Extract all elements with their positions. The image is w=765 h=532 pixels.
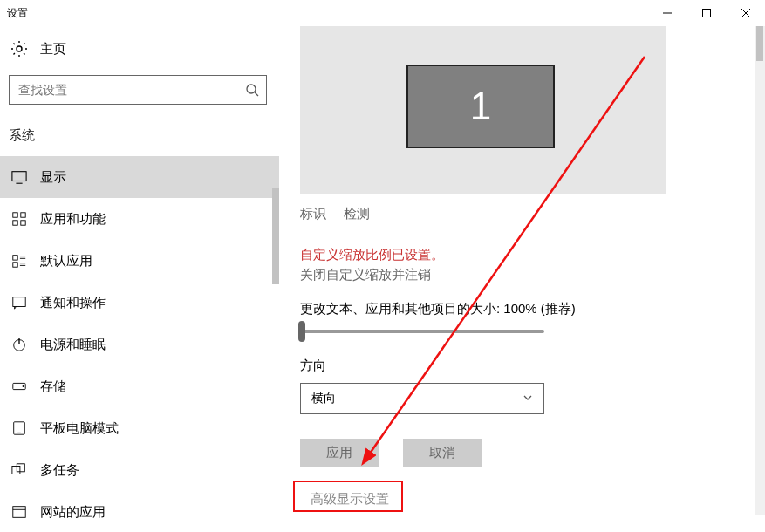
svg-rect-16 <box>13 263 17 267</box>
nav-item-multitask[interactable]: 多任务 <box>0 449 279 491</box>
svg-rect-27 <box>17 464 24 472</box>
default-apps-icon <box>10 252 28 269</box>
nav-item-web-apps[interactable]: 网站的应用 <box>0 491 279 532</box>
nav-item-display[interactable]: 显示 <box>0 156 279 198</box>
nav-list: 显示 应用和功能 默认应用 通知和操作 电源和睡眠 存储 <box>0 156 279 532</box>
svg-point-5 <box>247 85 256 93</box>
slider-thumb[interactable] <box>298 321 305 342</box>
orientation-label: 方向 <box>300 333 744 374</box>
svg-rect-28 <box>13 507 25 518</box>
title-bar: 设置 <box>0 0 765 26</box>
svg-rect-1 <box>702 10 710 17</box>
minimize-icon <box>663 9 672 17</box>
home-nav[interactable]: 主页 <box>0 30 279 68</box>
home-label: 主页 <box>40 41 66 58</box>
svg-point-23 <box>23 385 24 387</box>
identify-link[interactable]: 标识 <box>300 206 326 222</box>
search-input-container[interactable] <box>9 75 267 105</box>
svg-line-6 <box>255 92 258 96</box>
monitor-number: 1 <box>470 85 491 128</box>
storage-icon <box>10 378 28 395</box>
nav-item-power-sleep[interactable]: 电源和睡眠 <box>0 324 279 365</box>
svg-rect-9 <box>13 213 17 217</box>
nav-label: 通知和操作 <box>40 295 106 311</box>
nav-label: 网站的应用 <box>40 504 106 521</box>
window-scrollbar-thumb[interactable] <box>756 26 763 61</box>
nav-item-tablet-mode[interactable]: 平板电脑模式 <box>0 407 279 449</box>
cancel-button[interactable]: 取消 <box>403 439 482 467</box>
apps-icon <box>10 210 28 228</box>
tablet-icon <box>10 419 28 437</box>
svg-rect-10 <box>21 213 25 217</box>
nav-label: 默认应用 <box>40 253 92 269</box>
search-icon[interactable] <box>243 81 261 99</box>
sidebar: 主页 系统 显示 应用和功能 默认应用 <box>0 26 279 532</box>
orientation-select[interactable]: 横向 <box>300 383 544 414</box>
monitor-preview: 1 <box>300 26 666 194</box>
nav-label: 应用和功能 <box>40 211 106 228</box>
scale-label: 更改文本、应用和其他项目的大小: 100% (推荐) <box>300 283 744 317</box>
svg-rect-13 <box>13 256 17 260</box>
nav-item-apps-features[interactable]: 应用和功能 <box>0 198 279 240</box>
chevron-down-icon <box>523 392 533 406</box>
nav-item-notifications[interactable]: 通知和操作 <box>0 282 279 324</box>
nav-label: 电源和睡眠 <box>40 337 106 353</box>
window-scrollbar-track[interactable] <box>755 26 765 515</box>
orientation-value: 横向 <box>311 391 336 406</box>
multitask-icon <box>10 461 28 479</box>
detect-link[interactable]: 检测 <box>344 206 370 222</box>
svg-rect-7 <box>12 172 26 181</box>
notification-icon <box>10 294 28 311</box>
apply-button[interactable]: 应用 <box>300 439 379 467</box>
svg-rect-26 <box>12 467 20 474</box>
maximize-icon <box>702 9 711 17</box>
scale-slider[interactable] <box>300 330 544 333</box>
svg-rect-12 <box>21 221 25 225</box>
maximize-button[interactable] <box>686 0 726 26</box>
svg-rect-19 <box>13 297 25 307</box>
minimize-button[interactable] <box>647 0 686 26</box>
close-icon <box>741 9 750 17</box>
nav-item-storage[interactable]: 存储 <box>0 365 279 407</box>
svg-rect-11 <box>13 221 17 225</box>
main-panel: 1 标识 检测 自定义缩放比例已设置。 关闭自定义缩放并注销 更改文本、应用和其… <box>279 26 765 532</box>
nav-label: 平板电脑模式 <box>40 420 119 437</box>
custom-scale-warning: 自定义缩放比例已设置。 <box>300 228 744 263</box>
monitor-icon <box>10 168 28 186</box>
gear-icon <box>10 40 28 58</box>
window-title: 设置 <box>7 6 28 21</box>
category-heading: 系统 <box>0 112 279 156</box>
nav-item-default-apps[interactable]: 默认应用 <box>0 240 279 282</box>
monitor-thumbnail[interactable]: 1 <box>406 65 555 148</box>
sidebar-scrollbar[interactable] <box>272 188 279 284</box>
search-input[interactable] <box>18 83 235 97</box>
close-button[interactable] <box>726 0 765 26</box>
nav-label: 存储 <box>40 379 66 395</box>
power-icon <box>10 336 28 353</box>
web-apps-icon <box>10 503 28 521</box>
svg-point-4 <box>17 46 22 51</box>
advanced-display-link[interactable]: 高级显示设置 <box>300 484 400 515</box>
window-controls <box>647 0 765 26</box>
nav-label: 显示 <box>40 169 66 186</box>
nav-label: 多任务 <box>40 462 79 479</box>
close-scale-link[interactable]: 关闭自定义缩放并注销 <box>300 263 744 283</box>
